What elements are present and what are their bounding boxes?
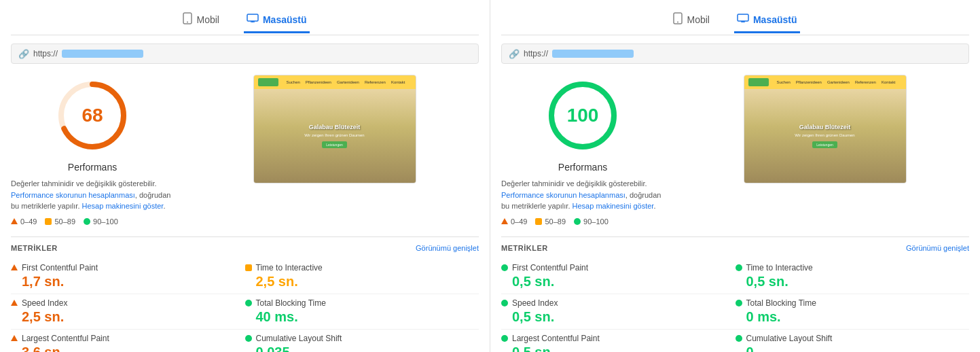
- metric-lcp-0: Largest Contentful Paint3,6 sn.: [11, 330, 245, 353]
- url-bar-1: 🔗 https://: [501, 43, 969, 64]
- score-circle-wrapper-1: 100: [501, 75, 664, 156]
- metric-value-tbt-0: 40 ms.: [256, 309, 479, 325]
- masaustu-icon-0: [247, 14, 259, 26]
- perf-label-1: Performans: [501, 162, 664, 173]
- screenshot-site-title-0: Galabau Blütezeit: [309, 124, 361, 130]
- svg-point-8: [677, 22, 678, 23]
- metric-name-fcp-1: First Contentful Paint: [512, 263, 588, 272]
- legend-label-orange-1: 50–89: [545, 217, 566, 226]
- metrics-title-1: METRİKLER: [501, 244, 548, 252]
- metric-value-tti-0: 2,5 sn.: [256, 274, 479, 289]
- legend-0: 0–4950–8990–100: [11, 217, 174, 226]
- screenshot-wrapper-0: Suchen Pflanzenideen Gartenideen Referen…: [190, 75, 479, 183]
- metric-label-row-fcp-1: First Contentful Paint: [501, 263, 736, 272]
- perf-link1-1[interactable]: Performance skorunun hesaplanması: [501, 191, 625, 199]
- metrics-grid-0: First Contentful Paint1,7 sn.Time to Int…: [11, 259, 479, 353]
- url-label-1: https://: [524, 49, 548, 58]
- tab-masaustu-1[interactable]: Masaüstü: [734, 8, 800, 33]
- screenshot-1: Suchen Pflanzenideen Gartenideen Referen…: [744, 75, 907, 183]
- legend-item-red-0: 0–49: [11, 217, 37, 226]
- metric-indicator-si-1: [501, 300, 508, 306]
- nav-item-1-0: Suchen: [287, 80, 300, 84]
- metric-value-tti-1: 0,5 sn.: [746, 274, 970, 289]
- score-number-1: 100: [567, 105, 599, 126]
- score-circle-1: 100: [542, 75, 623, 156]
- nav-item-2-1: Pflanzenideen: [796, 80, 822, 84]
- url-bar-0: 🔗 https://: [11, 43, 479, 64]
- nav-item-4-1: Referenzen: [855, 80, 876, 84]
- metric-label-row-cls-0: Cumulative Layout Shift: [245, 334, 479, 343]
- metric-indicator-si-0: [11, 300, 18, 306]
- masaustu-icon-1: [737, 14, 749, 26]
- metric-indicator-tbt-0: [245, 300, 252, 306]
- tab-bar-1: MobilMasaüstü: [501, 0, 969, 35]
- metrics-expand-1[interactable]: Görünümü genişlet: [906, 244, 969, 252]
- legend-1: 0–4950–8990–100: [501, 217, 664, 226]
- metric-name-tti-1: Time to Interactive: [746, 263, 813, 272]
- score-left-1: 100PerformansDeğerler tahminidir ve deği…: [501, 75, 664, 226]
- metric-name-cls-1: Cumulative Layout Shift: [746, 334, 833, 343]
- nav-item-3-0: Gartenideen: [337, 80, 359, 84]
- metric-value-fcp-1: 0,5 sn.: [512, 274, 736, 289]
- page-wrapper: MobilMasaüstü🔗 https:// 68PerformansDeğe…: [0, 0, 980, 352]
- url-highlight-0: [62, 50, 143, 58]
- metric-name-tbt-0: Total Blocking Time: [256, 298, 326, 308]
- nav-item-2-0: Pflanzenideen: [306, 80, 331, 84]
- tab-label-masaustu-1: Masaüstü: [753, 14, 797, 25]
- perf-link2-0[interactable]: Hesap makinesini göster: [82, 202, 164, 210]
- metric-value-lcp-0: 3,6 sn.: [22, 345, 245, 353]
- screenshot-body-1: Galabau Blütezeit Wir zeigen Ihren grüne…: [744, 89, 906, 183]
- metrics-section-0: METRİKLERGörünümü genişletFirst Contentf…: [11, 236, 479, 353]
- tab-mobil-1[interactable]: Mobil: [670, 7, 712, 35]
- perf-link1-0[interactable]: Performance skorunun hesaplanması: [11, 191, 135, 199]
- metric-indicator-tbt-1: [736, 300, 742, 306]
- nav-item-1-1: Suchen: [777, 80, 791, 84]
- legend-dot-red-1: [501, 218, 508, 224]
- metric-lcp-1: Largest Contentful Paint0,5 sn.: [501, 330, 736, 353]
- nav-item-5-0: Kontakt: [391, 80, 405, 84]
- perf-description-0: Değerler tahminidir ve değişiklik göster…: [11, 178, 174, 212]
- nav-item-5-1: Kontakt: [882, 80, 895, 84]
- svg-rect-2: [247, 14, 258, 21]
- legend-dot-orange-1: [535, 218, 542, 225]
- metric-name-si-0: Speed Index: [22, 298, 67, 308]
- metric-tti-1: Time to Interactive0,5 sn.: [736, 259, 970, 294]
- legend-item-green-1: 90–100: [574, 217, 609, 226]
- nav-item-4-0: Referenzen: [365, 80, 386, 84]
- tab-mobil-0[interactable]: Mobil: [180, 7, 221, 35]
- metric-cls-1: Cumulative Layout Shift0: [736, 330, 970, 353]
- perf-description-1: Değerler tahminidir ve değişiklik göster…: [501, 178, 664, 212]
- legend-dot-orange-0: [45, 218, 52, 225]
- perf-link2-1[interactable]: Hesap makinesini göster: [573, 202, 654, 210]
- screenshot-body-0: Galabau Blütezeit Wir zeigen Ihren grüne…: [254, 89, 416, 183]
- legend-dot-red-0: [11, 218, 18, 224]
- metric-value-tbt-1: 0 ms.: [746, 309, 970, 325]
- legend-item-green-0: 90–100: [84, 217, 118, 226]
- screenshot-cta-1: Leistungen: [812, 141, 837, 148]
- metric-cls-0: Cumulative Layout Shift0,035: [245, 330, 479, 353]
- metric-name-cls-0: Cumulative Layout Shift: [256, 334, 342, 343]
- screenshot-nav-0: Suchen Pflanzenideen Gartenideen Referen…: [287, 80, 405, 84]
- metric-si-1: Speed Index0,5 sn.: [501, 294, 736, 330]
- metric-si-0: Speed Index2,5 sn.: [11, 294, 245, 330]
- metric-label-row-si-1: Speed Index: [501, 298, 736, 308]
- metric-name-lcp-1: Largest Contentful Paint: [512, 334, 600, 343]
- screenshot-header-0: Suchen Pflanzenideen Gartenideen Referen…: [254, 75, 416, 89]
- tab-label-mobil-1: Mobil: [687, 14, 709, 25]
- metric-value-cls-0: 0,035: [256, 345, 479, 353]
- score-circle-0: 68: [52, 75, 133, 156]
- metric-name-tti-0: Time to Interactive: [256, 263, 323, 272]
- metric-tbt-1: Total Blocking Time0 ms.: [736, 294, 970, 330]
- metric-indicator-cls-1: [736, 335, 742, 342]
- metrics-expand-0[interactable]: Görünümü genişlet: [416, 244, 479, 252]
- tab-masaustu-0[interactable]: Masaüstü: [244, 8, 310, 33]
- perf-label-0: Performans: [11, 162, 174, 173]
- metrics-header-0: METRİKLERGörünümü genişlet: [11, 244, 479, 252]
- metric-label-row-tti-1: Time to Interactive: [736, 263, 970, 272]
- metric-label-row-tti-0: Time to Interactive: [245, 263, 479, 272]
- url-highlight-1: [552, 50, 634, 58]
- panel-right: MobilMasaüstü🔗 https:// 100PerformansDeğ…: [490, 0, 980, 352]
- metric-label-row-fcp-0: First Contentful Paint: [11, 263, 245, 272]
- score-circle-wrapper-0: 68: [11, 75, 174, 156]
- legend-dot-green-0: [84, 218, 90, 225]
